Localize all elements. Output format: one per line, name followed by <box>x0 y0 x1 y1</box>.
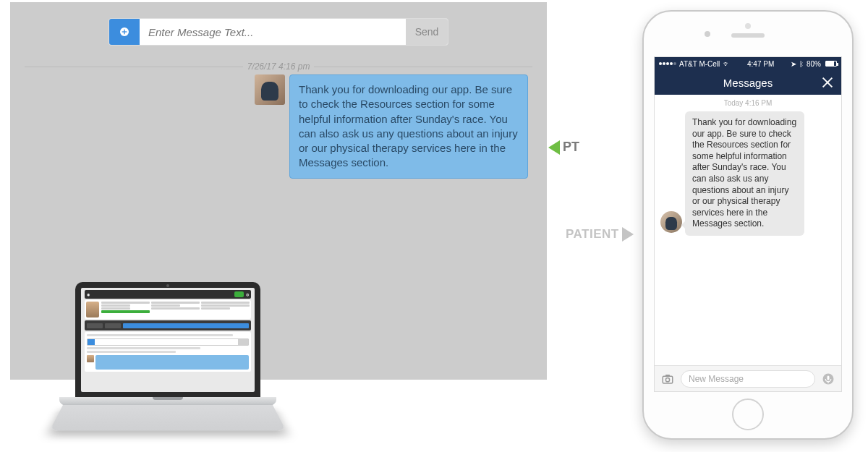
phone-sensor-icon <box>745 23 751 29</box>
compose-row: Send <box>109 18 448 46</box>
thread-timestamp: 7/26/17 4:16 pm <box>243 61 315 72</box>
message-input[interactable] <box>140 19 406 45</box>
svg-rect-8 <box>827 381 828 383</box>
plus-circle-icon <box>119 26 130 38</box>
mic-button[interactable] <box>821 372 835 386</box>
battery-percent: 80% <box>807 60 821 68</box>
phone-front-camera-icon <box>705 31 710 37</box>
camera-button[interactable] <box>660 372 675 386</box>
sender-avatar <box>660 211 682 233</box>
add-attachment-button[interactable] <box>109 19 140 45</box>
pt-pointer: PT <box>548 140 579 155</box>
svg-point-4 <box>665 378 669 381</box>
carrier-label: AT&T M-Cell <box>679 60 720 68</box>
camera-icon <box>661 372 674 385</box>
nav-header: Messages <box>655 70 841 95</box>
pt-label: PT <box>563 140 579 155</box>
thread-timestamp: Today 4:16 PM <box>660 99 835 107</box>
arrow-left-icon <box>548 140 560 155</box>
svg-rect-3 <box>663 376 673 383</box>
status-time: 4:47 PM <box>747 60 774 68</box>
message-row: Thank you for downloading our app. Be su… <box>25 74 532 179</box>
home-button[interactable] <box>732 398 764 430</box>
message-bubble: Thank you for downloading our app. Be su… <box>685 111 804 236</box>
status-bar: AT&T M-Cell ᯤ 4:47 PM ➤ ᛒ 80% <box>655 57 841 70</box>
message-thread[interactable]: Today 4:16 PM Thank you for downloading … <box>655 95 841 365</box>
compose-bar: New Message <box>655 365 841 391</box>
close-button[interactable] <box>821 76 834 89</box>
patient-label: PATIENT <box>566 227 619 242</box>
message-bubble: Thank you for downloading our app. Be su… <box>289 74 528 179</box>
phone-screen: AT&T M-Cell ᯤ 4:47 PM ➤ ᛒ 80% Messages T… <box>654 56 842 392</box>
laptop-mockup: ◉ ◍ <box>59 282 276 445</box>
page-title: Messages <box>723 77 773 89</box>
new-message-input[interactable]: New Message <box>681 370 815 388</box>
phone-speaker-icon <box>731 33 765 38</box>
microphone-icon <box>822 372 835 385</box>
patient-pointer: PATIENT <box>566 227 634 242</box>
svg-rect-2 <box>122 31 127 32</box>
svg-rect-5 <box>665 375 670 377</box>
laptop-camera-icon <box>166 284 169 287</box>
battery-icon <box>825 61 837 67</box>
arrow-right-icon <box>622 227 634 242</box>
signal-strength-icon <box>659 62 676 65</box>
svg-rect-7 <box>827 375 830 380</box>
thread-timestamp-divider: 7/26/17 4:16 pm <box>25 61 532 72</box>
new-message-placeholder: New Message <box>689 374 744 384</box>
send-button[interactable]: Send <box>406 19 448 45</box>
phone-mockup: AT&T M-Cell ᯤ 4:47 PM ➤ ᛒ 80% Messages T… <box>642 10 854 440</box>
sender-avatar <box>255 74 285 105</box>
laptop-screen: ◉ ◍ <box>81 288 255 392</box>
location-icon: ➤ <box>791 60 796 68</box>
wifi-icon: ᯤ <box>723 59 731 68</box>
message-row: Thank you for downloading our app. Be su… <box>660 111 835 236</box>
bluetooth-icon: ᛒ <box>799 60 804 68</box>
